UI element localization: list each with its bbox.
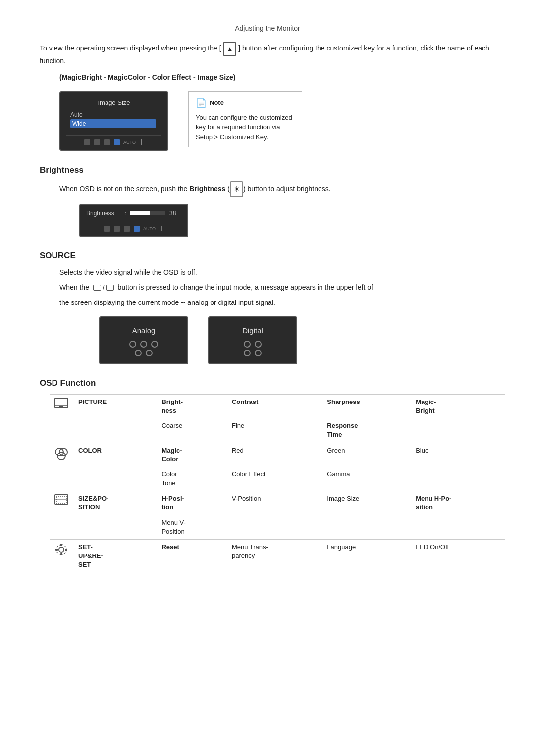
d-dot1 [244, 341, 251, 348]
br-power: ⏽ [159, 226, 164, 232]
setup-trans: Menu Trans-parency [227, 540, 322, 573]
brightness-button-bar: AUTO ⏽ [86, 222, 181, 232]
br-colon: : [125, 210, 126, 216]
svg-rect-2 [59, 406, 63, 407]
image-size-title: Image Size [66, 99, 161, 106]
analog-dot-row2 [135, 350, 153, 356]
function-links: (MagicBright - MagicColor - Color Effect… [59, 73, 495, 81]
color-magic: Magic-Color [157, 443, 227, 467]
color-tone: ColorTone [157, 467, 227, 491]
brightness-value: 38 [169, 210, 181, 217]
source-section: SOURCE Selects the video signal while th… [40, 251, 495, 364]
image-size-row: Image Size Auto Wide AUTO ⏽ 📄 Note You c… [59, 91, 495, 151]
source-icon2 [106, 285, 114, 291]
intro-text: To view the operating screen displayed w… [40, 42, 495, 66]
size-menuvpos: Menu V-Position [157, 515, 227, 540]
analog-dots [107, 341, 180, 356]
picture-contrast: Contrast [227, 394, 322, 418]
setup-row: SET-UP&RE-SET Reset Menu Trans-parency L… [50, 540, 505, 573]
size-blank4 [411, 515, 505, 540]
br-btn1 [104, 226, 110, 232]
digital-screen: Digital [208, 316, 297, 364]
setup-icon [54, 543, 68, 556]
source-desc2: When the / button is pressed to change t… [59, 282, 495, 293]
analog-screen: Analog [99, 316, 188, 364]
a-dot1 [129, 341, 136, 348]
color-icon [54, 446, 68, 460]
picture-category: PICTURE [73, 394, 157, 418]
brightness-button-icon: ☀ [230, 181, 243, 197]
picture-response: ResponseTime [322, 418, 411, 443]
br-auto-text: AUTO [143, 226, 156, 231]
setup-led: LED On/Off [411, 540, 505, 573]
brightness-section: Brightness When OSD is not on the screen… [40, 165, 495, 237]
d-dot4 [255, 350, 262, 356]
source-desc1: Selects the video signal while the OSD i… [59, 267, 495, 278]
analog-title: Analog [107, 326, 180, 335]
a-dot5 [146, 350, 153, 356]
color-icon-cell [50, 443, 73, 491]
brightness-label: Brightness [86, 210, 121, 217]
setup-icon-cell [50, 540, 73, 573]
picture-icon [54, 398, 68, 408]
size-vpos: V-Position [227, 491, 322, 515]
image-size-button-bar: AUTO ⏽ [66, 135, 161, 146]
size-blank2 [227, 515, 322, 540]
svg-point-9 [59, 547, 64, 552]
br-btn4 [134, 226, 140, 232]
picture-row2: Coarse Fine ResponseTime [50, 418, 505, 443]
svg-rect-14 [65, 549, 67, 551]
d-dot3 [244, 350, 251, 356]
image-size-item-wide: Wide [70, 119, 156, 128]
digital-dots [216, 341, 289, 356]
brightness-bar-row: Brightness : 38 [86, 210, 181, 217]
color-green: Green [322, 443, 411, 467]
source-screens: Analog Digital [99, 316, 495, 364]
picture-blank [73, 418, 157, 443]
size-hpos: H-Posi-tion [157, 491, 227, 515]
btn2 [94, 139, 100, 145]
btn3 [104, 139, 110, 145]
brightness-bar-container [130, 211, 165, 215]
color-row2: ColorTone Color Effect Gamma [50, 467, 505, 491]
bottom-rule [40, 588, 495, 588]
color-blue: Blue [411, 443, 505, 467]
color-row: COLOR Magic-Color Red Green Blue [50, 443, 505, 467]
image-size-screen: Image Size Auto Wide AUTO ⏽ [59, 91, 168, 151]
a-dot3 [151, 341, 158, 348]
digital-title: Digital [216, 326, 289, 335]
color-category: COLOR [73, 443, 157, 467]
picture-coarse: Coarse [157, 418, 227, 443]
a-dot2 [140, 341, 147, 348]
osd-heading: OSD Function [40, 378, 495, 388]
color-effect: Color Effect [227, 467, 322, 491]
btn4 [114, 139, 120, 145]
setup-reset: Reset [157, 540, 227, 573]
size-blank [73, 515, 157, 540]
brightness-desc: When OSD is not on the screen, push the … [59, 181, 495, 197]
size-icon-cell [50, 491, 73, 540]
source-heading: SOURCE [40, 251, 495, 261]
btn-power: ⏽ [139, 139, 144, 145]
note-icon: 📄 [196, 97, 207, 110]
color-gamma: Gamma [322, 467, 411, 491]
osd-table: PICTURE Bright-ness Contrast Sharpness M… [50, 394, 505, 573]
size-icon [54, 494, 68, 505]
setup-lang: Language [322, 540, 411, 573]
color-blank [73, 467, 157, 491]
brightness-heading: Brightness [40, 165, 495, 175]
br-btn2 [114, 226, 120, 232]
size-row: SIZE&PO-SITION H-Posi-tion V-Position Im… [50, 491, 505, 515]
picture-sharpness: Sharpness [322, 394, 411, 418]
digital-dot-row1 [244, 341, 262, 348]
picture-blank2 [411, 418, 505, 443]
svg-rect-11 [60, 544, 62, 546]
image-size-item-auto: Auto [70, 111, 161, 118]
picture-icon-cell [50, 394, 73, 443]
picture-magic: Magic-Bright [411, 394, 505, 418]
note-body: You can configure the customized key for… [196, 113, 295, 142]
a-dot4 [135, 350, 142, 356]
color-red: Red [227, 443, 322, 467]
svg-rect-12 [60, 553, 62, 555]
btn1 [84, 139, 90, 145]
